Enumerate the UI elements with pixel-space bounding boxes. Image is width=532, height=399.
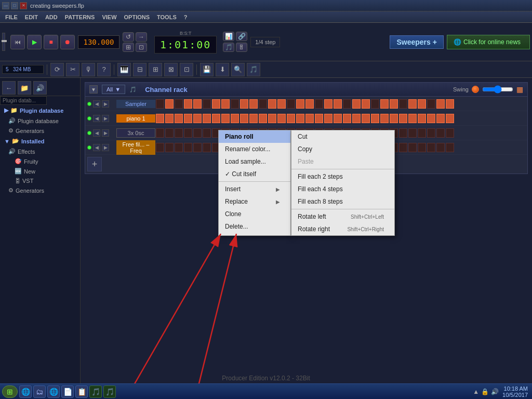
pad[interactable] (212, 114, 220, 123)
pad[interactable] (184, 128, 192, 138)
pad[interactable] (305, 99, 314, 109)
play-button[interactable]: ▶ (27, 35, 42, 49)
pad[interactable] (231, 114, 239, 123)
pad[interactable] (249, 114, 258, 123)
pad[interactable] (399, 114, 407, 123)
menu-options[interactable]: OPTIONS (121, 13, 153, 21)
osc3-btn1[interactable]: ◀ (93, 129, 100, 137)
pad[interactable] (203, 143, 211, 152)
pad[interactable] (296, 99, 304, 109)
pad[interactable] (193, 143, 202, 152)
ctx-cut[interactable]: Cut (291, 130, 394, 143)
osc3-btn2[interactable]: ▶ (102, 129, 109, 137)
pad[interactable] (221, 99, 230, 109)
pad[interactable] (446, 143, 454, 152)
pad[interactable] (408, 128, 417, 138)
pad[interactable] (315, 99, 323, 109)
pad[interactable] (399, 128, 407, 138)
menu-patterns[interactable]: PATTERNS (62, 13, 98, 21)
extra-btn2[interactable]: ⊡ (136, 43, 147, 52)
sampler-name[interactable]: Sampler (116, 100, 155, 108)
link-btn[interactable]: 🔗 (236, 32, 247, 41)
pad[interactable] (390, 114, 398, 123)
pad[interactable] (156, 114, 164, 123)
pad[interactable] (334, 99, 342, 109)
channel-rack-btn[interactable]: ⊞ (149, 63, 162, 76)
pad[interactable] (418, 128, 426, 138)
pad[interactable] (408, 114, 417, 123)
pad[interactable] (203, 99, 211, 109)
pad[interactable] (203, 114, 211, 123)
taskbar-explorer[interactable]: 🗂 (33, 385, 46, 398)
pad[interactable] (277, 99, 286, 109)
collapse-button[interactable]: ▼ (89, 85, 98, 94)
pad[interactable] (371, 114, 379, 123)
sampler-btn1[interactable]: ◀ (93, 100, 100, 108)
grid-icon[interactable]: ▦ (516, 85, 523, 94)
pad[interactable] (362, 99, 370, 109)
osc3-led[interactable] (87, 131, 91, 135)
swing-slider[interactable] (482, 87, 513, 91)
pad[interactable] (343, 114, 351, 123)
mic-btn[interactable]: 🎙 (82, 63, 95, 76)
sidebar-item-generators-installed[interactable]: ⚙ Generators (0, 185, 80, 195)
start-button[interactable]: ⊞ (2, 385, 18, 398)
pattern-btn[interactable]: ⊡ (180, 63, 193, 76)
prev-button[interactable]: ⏮ (10, 35, 25, 49)
sidebar-speaker[interactable]: 🔊 (33, 81, 47, 95)
scissors-btn[interactable]: ✂ (66, 63, 79, 76)
pad[interactable] (175, 99, 183, 109)
pad[interactable] (212, 99, 220, 109)
pad[interactable] (231, 99, 239, 109)
add-channel-button[interactable]: + (87, 157, 102, 171)
pad[interactable] (315, 114, 323, 123)
sidebar-item-new[interactable]: 🆕 New (0, 166, 80, 176)
swing-knob[interactable] (472, 86, 479, 93)
pad[interactable] (352, 99, 361, 109)
sidebar-item-fruity[interactable]: 🎯 Fruity (0, 156, 80, 166)
sweepers-add[interactable]: + (433, 38, 437, 46)
midi-btn[interactable]: 🎵 (247, 63, 260, 76)
freq-led[interactable] (87, 145, 91, 150)
pad[interactable] (343, 99, 351, 109)
minimize-button[interactable]: — (2, 2, 9, 9)
pad[interactable] (184, 114, 192, 123)
pad[interactable] (165, 99, 174, 109)
menu-edit[interactable]: EDIT (22, 13, 41, 21)
pad[interactable] (427, 99, 435, 109)
mixer-btn[interactable]: ⊟ (133, 63, 147, 76)
sidebar-item-effects[interactable]: 🔊 Effects (0, 147, 80, 156)
pad[interactable] (324, 99, 332, 109)
pad[interactable] (249, 99, 258, 109)
menu-tools[interactable]: TOOLS (154, 13, 180, 21)
pad[interactable] (305, 114, 314, 123)
sidebar-item-vst[interactable]: 🎛 VST (0, 176, 80, 185)
pad[interactable] (427, 128, 435, 138)
pad[interactable] (436, 128, 445, 138)
menu-help[interactable]: ? (181, 13, 191, 21)
piano-led[interactable] (87, 116, 91, 121)
taskbar-fl1[interactable]: 🎵 (89, 385, 102, 398)
pad[interactable] (240, 114, 248, 123)
online-news-button[interactable]: 🌐 Click for online news (447, 35, 530, 49)
osc3-name[interactable]: 3x 0sc (116, 128, 155, 138)
fx-btn[interactable]: 🎚 (236, 43, 247, 52)
sidebar-item-effects-top[interactable]: 🔊 Plugin database (0, 116, 80, 126)
ctx-fill-2[interactable]: Fill each 2 steps (291, 170, 394, 183)
plugin-btn[interactable]: ⬇ (216, 63, 229, 76)
ctx-fill-8[interactable]: Fill each 8 steps (291, 195, 394, 208)
pad[interactable] (277, 114, 286, 123)
taskbar-folder[interactable]: 📋 (75, 385, 88, 398)
sidebar-item-plugin-database[interactable]: ▶ 📁 Plugin database (0, 105, 80, 116)
pad[interactable] (287, 114, 295, 123)
ctx-rename-color[interactable]: Rename/ color... (219, 143, 290, 155)
pad[interactable] (371, 99, 379, 109)
pad[interactable] (156, 99, 164, 109)
pad[interactable] (156, 143, 164, 152)
ctx-piano-roll[interactable]: Piano roll (219, 130, 290, 143)
tempo-display[interactable]: 130.000 (78, 35, 119, 49)
pad[interactable] (184, 143, 192, 152)
ctx-copy[interactable]: Copy (291, 143, 394, 155)
pad[interactable] (352, 114, 361, 123)
ctx-load-sample[interactable]: Load sample... (219, 155, 290, 168)
